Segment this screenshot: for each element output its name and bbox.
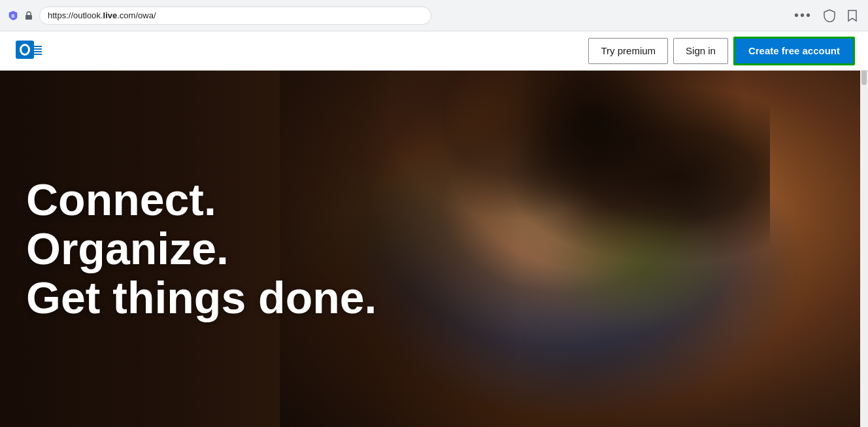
hero-headline: Connect. Organize. Get things done.: [26, 175, 392, 322]
url-text: https://outlook.live.com/owa/: [48, 10, 156, 20]
site-navbar: Try premium Sign in Create free account: [0, 31, 868, 71]
hero-headline-line1: Connect.: [26, 175, 392, 224]
browser-actions: •••: [792, 5, 860, 26]
svg-text:B: B: [11, 14, 14, 18]
hero-headline-line2: Organize.: [26, 224, 392, 273]
hero-section: Connect. Organize. Get things done.: [0, 71, 868, 427]
more-menu-button[interactable]: •••: [792, 5, 814, 26]
svg-rect-7: [33, 48, 42, 50]
url-bar[interactable]: https://outlook.live.com/owa/: [39, 7, 431, 25]
create-account-button[interactable]: Create free account: [733, 37, 855, 65]
browser-chrome: B https://outlook.live.com/owa/ •••: [0, 0, 868, 31]
hero-text: Connect. Organize. Get things done.: [0, 71, 392, 427]
svg-rect-8: [33, 51, 42, 52]
outlook-logo[interactable]: [13, 35, 44, 67]
svg-rect-9: [33, 54, 42, 55]
svg-point-5: [22, 46, 28, 54]
lock-icon: [24, 10, 34, 21]
outlook-icon: [13, 35, 44, 67]
hero-foliage: [541, 201, 737, 332]
shield-button[interactable]: [821, 7, 838, 25]
svg-rect-1: [25, 15, 32, 20]
hero-headline-line3: Get things done.: [26, 273, 392, 322]
scrollbar[interactable]: [860, 31, 868, 427]
svg-rect-6: [33, 46, 42, 47]
bitwarden-icon[interactable]: B: [8, 10, 18, 21]
nav-buttons: Try premium Sign in Create free account: [588, 37, 855, 65]
try-premium-button[interactable]: Try premium: [588, 38, 668, 64]
bookmark-button[interactable]: [844, 7, 860, 25]
sign-in-button[interactable]: Sign in: [673, 38, 728, 64]
